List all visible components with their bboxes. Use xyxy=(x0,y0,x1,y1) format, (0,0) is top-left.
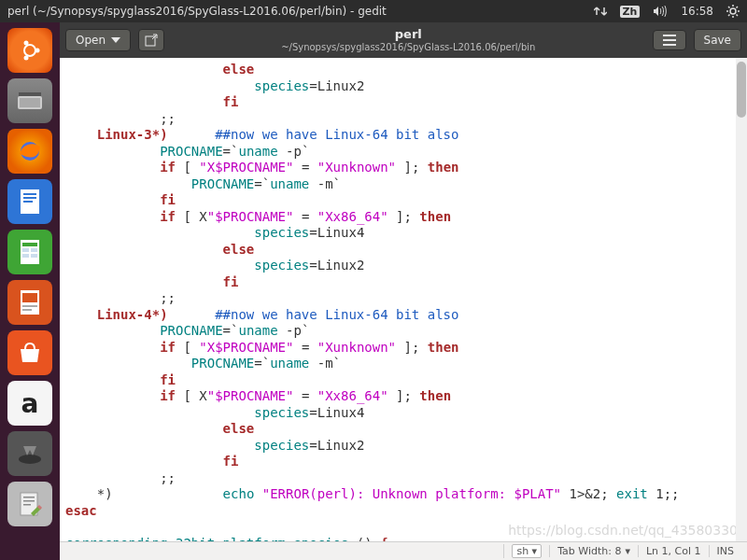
svg-rect-15 xyxy=(22,248,29,252)
svg-rect-26 xyxy=(23,500,35,502)
svg-rect-20 xyxy=(22,293,37,302)
new-tab-icon xyxy=(145,34,158,47)
gedit-icon[interactable] xyxy=(7,482,52,526)
doc-title: perl xyxy=(172,28,644,41)
gear-icon[interactable] xyxy=(726,5,740,18)
svg-rect-10 xyxy=(23,193,36,195)
svg-point-4 xyxy=(24,56,29,61)
tabwidth-label: Tab Width: 8 xyxy=(557,545,621,557)
writer-icon[interactable] xyxy=(7,179,52,224)
open-label: Open xyxy=(76,34,106,47)
svg-rect-22 xyxy=(22,309,32,311)
title-area: perl ~/Synopsys/spyglass2016/SpyGlass-L2… xyxy=(172,28,644,51)
svg-rect-14 xyxy=(22,243,37,246)
save-button[interactable]: Save xyxy=(694,29,741,51)
software-icon[interactable] xyxy=(7,330,52,375)
vertical-scrollbar[interactable] xyxy=(736,58,747,541)
editor-area[interactable]: else species=Linux2 fi ;; Linux-3*) ##no… xyxy=(60,58,747,541)
launcher-dock: a xyxy=(0,22,60,560)
sound-icon[interactable] xyxy=(653,6,668,17)
ime-indicator[interactable]: Zh xyxy=(620,6,641,18)
gedit-window: Open perl ~/Synopsys/spyglass2016/SpyGla… xyxy=(60,22,747,560)
svg-rect-16 xyxy=(31,248,37,252)
tabwidth-selector[interactable]: Tab Width: 8 ▾ xyxy=(549,545,638,557)
svg-rect-18 xyxy=(31,254,37,258)
top-panel: perl (~/Synopsys/spyglass2016/SpyGlass-L… xyxy=(0,0,747,22)
watermark: https://blog.csdn.net/qq_43580330 xyxy=(508,523,738,538)
svg-rect-7 xyxy=(20,98,40,107)
svg-rect-17 xyxy=(22,254,29,258)
insert-mode[interactable]: INS xyxy=(709,545,741,557)
settings-icon[interactable] xyxy=(7,431,52,476)
statusbar: sh ▾ Tab Width: 8 ▾ Ln 1, Col 1 INS xyxy=(60,541,747,560)
scrollbar-thumb[interactable] xyxy=(737,62,746,118)
files-icon[interactable] xyxy=(7,78,52,123)
firefox-icon[interactable] xyxy=(7,129,52,174)
calc-icon[interactable] xyxy=(7,230,52,274)
svg-rect-5 xyxy=(19,92,41,96)
svg-point-2 xyxy=(35,49,40,53)
amazon-icon[interactable]: a xyxy=(7,381,52,426)
amazon-glyph: a xyxy=(21,388,39,419)
toolbar: Open perl ~/Synopsys/spyglass2016/SpyGla… xyxy=(60,22,747,58)
clock[interactable]: 16:58 xyxy=(681,5,713,18)
doc-path: ~/Synopsys/spyglass2016/SpyGlass-L2016.0… xyxy=(172,42,644,52)
svg-rect-12 xyxy=(23,201,33,203)
window-title: perl (~/Synopsys/spyglass2016/SpyGlass-L… xyxy=(7,5,594,18)
svg-rect-21 xyxy=(22,305,37,307)
dash-icon[interactable] xyxy=(7,28,52,73)
cursor-position: Ln 1, Col 1 xyxy=(638,545,709,557)
impress-icon[interactable] xyxy=(7,280,52,325)
new-tab-button[interactable] xyxy=(138,29,164,51)
hamburger-button[interactable] xyxy=(653,30,686,50)
code-content[interactable]: else species=Linux2 fi ;; Linux-3*) ##no… xyxy=(60,58,747,541)
svg-rect-11 xyxy=(23,197,36,199)
indicator-area: Zh 16:58 xyxy=(594,5,740,18)
network-icon[interactable] xyxy=(594,5,607,18)
language-selector[interactable]: sh ▾ xyxy=(503,544,549,558)
language-label: sh xyxy=(516,545,529,557)
save-label: Save xyxy=(704,34,731,47)
chevron-down-icon xyxy=(111,37,120,43)
open-button[interactable]: Open xyxy=(65,29,131,51)
svg-point-3 xyxy=(24,41,29,46)
svg-point-1 xyxy=(24,45,35,56)
svg-point-23 xyxy=(19,455,41,464)
hamburger-icon xyxy=(663,35,676,46)
svg-rect-27 xyxy=(23,504,31,506)
svg-rect-25 xyxy=(23,497,35,498)
svg-point-0 xyxy=(730,8,736,14)
